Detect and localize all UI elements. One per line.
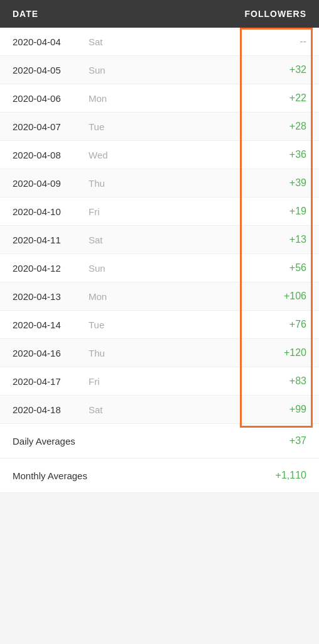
monthly-averages-value: +1,110 — [276, 470, 306, 481]
row-followers: +106 — [256, 291, 306, 302]
row-date: 2020-04-13 — [13, 291, 78, 302]
row-left: 2020-04-08 Wed — [13, 150, 108, 160]
table-row: 2020-04-12 Sun +56 — [0, 254, 319, 282]
row-left: 2020-04-06 Mon — [13, 93, 107, 104]
row-day: Thu — [89, 348, 105, 358]
row-left: 2020-04-11 Sat — [13, 235, 103, 245]
row-followers: +32 — [256, 64, 306, 75]
row-date: 2020-04-08 — [13, 150, 78, 160]
table-row: 2020-04-08 Wed +36 — [0, 141, 319, 169]
monthly-averages-row: Monthly Averages +1,110 — [0, 458, 319, 493]
row-followers: +76 — [256, 319, 306, 330]
row-followers: +56 — [256, 262, 306, 274]
row-day: Sat — [89, 404, 103, 415]
row-day: Sat — [89, 235, 103, 245]
row-date: 2020-04-11 — [13, 235, 78, 245]
row-date: 2020-04-06 — [13, 93, 78, 104]
daily-averages-label: Daily Averages — [13, 436, 75, 447]
row-followers: +28 — [256, 121, 306, 132]
table-row: 2020-04-09 Thu +39 — [0, 169, 319, 197]
row-left: 2020-04-14 Tue — [13, 319, 104, 330]
row-followers: +39 — [256, 177, 306, 189]
daily-averages-row: Daily Averages +37 — [0, 424, 319, 458]
row-followers: +99 — [256, 404, 306, 415]
row-date: 2020-04-07 — [13, 121, 78, 132]
row-date: 2020-04-16 — [13, 348, 78, 358]
table-row: 2020-04-04 Sat -- — [0, 28, 319, 56]
row-left: 2020-04-13 Mon — [13, 291, 107, 302]
followers-table: DATE FOLLOWERS 2020-04-04 Sat -- 2020-04… — [0, 0, 319, 493]
row-day: Tue — [89, 319, 104, 330]
table-row: 2020-04-17 Fri +83 — [0, 367, 319, 396]
row-followers: +22 — [256, 92, 306, 104]
table-row: 2020-04-16 Thu +120 — [0, 339, 319, 367]
row-left: 2020-04-04 Sat — [13, 36, 103, 47]
row-followers: +19 — [256, 206, 306, 217]
daily-averages-value: +37 — [289, 435, 306, 447]
row-followers: -- — [256, 36, 306, 47]
averages-section: Daily Averages +37 Monthly Averages +1,1… — [0, 424, 319, 493]
row-date: 2020-04-09 — [13, 178, 78, 189]
table-row: 2020-04-11 Sat +13 — [0, 226, 319, 254]
table-row: 2020-04-14 Tue +76 — [0, 311, 319, 339]
row-day: Thu — [89, 178, 105, 189]
followers-column-header: FOLLOWERS — [245, 9, 306, 19]
row-day: Fri — [89, 376, 100, 387]
row-left: 2020-04-07 Tue — [13, 121, 104, 132]
row-day: Mon — [89, 291, 107, 302]
row-left: 2020-04-10 Fri — [13, 206, 100, 217]
data-rows-container: 2020-04-04 Sat -- 2020-04-05 Sun +32 202… — [0, 28, 319, 424]
row-day: Fri — [89, 206, 100, 217]
table-row: 2020-04-18 Sat +99 — [0, 396, 319, 424]
date-column-header: DATE — [13, 9, 38, 19]
row-followers: +36 — [256, 149, 306, 160]
table-header: DATE FOLLOWERS — [0, 0, 319, 28]
row-date: 2020-04-12 — [13, 263, 78, 274]
row-day: Wed — [89, 150, 108, 160]
row-day: Tue — [89, 121, 104, 132]
row-followers: +83 — [256, 375, 306, 387]
row-day: Mon — [89, 93, 107, 104]
monthly-averages-label: Monthly Averages — [13, 470, 87, 481]
table-row: 2020-04-10 Fri +19 — [0, 197, 319, 226]
row-date: 2020-04-18 — [13, 404, 78, 415]
row-day: Sun — [89, 65, 105, 75]
row-left: 2020-04-12 Sun — [13, 263, 105, 274]
row-followers: +13 — [256, 234, 306, 245]
row-date: 2020-04-10 — [13, 206, 78, 217]
row-left: 2020-04-17 Fri — [13, 376, 100, 387]
table-row: 2020-04-06 Mon +22 — [0, 84, 319, 113]
row-left: 2020-04-09 Thu — [13, 178, 105, 189]
row-date: 2020-04-04 — [13, 36, 78, 47]
row-left: 2020-04-16 Thu — [13, 348, 105, 358]
row-left: 2020-04-05 Sun — [13, 65, 105, 75]
row-day: Sat — [89, 36, 103, 47]
row-left: 2020-04-18 Sat — [13, 404, 103, 415]
table-row: 2020-04-05 Sun +32 — [0, 56, 319, 84]
row-followers: +120 — [256, 347, 306, 358]
row-day: Sun — [89, 263, 105, 274]
table-row: 2020-04-07 Tue +28 — [0, 113, 319, 141]
row-date: 2020-04-14 — [13, 319, 78, 330]
row-date: 2020-04-17 — [13, 376, 78, 387]
table-row: 2020-04-13 Mon +106 — [0, 282, 319, 311]
row-date: 2020-04-05 — [13, 65, 78, 75]
